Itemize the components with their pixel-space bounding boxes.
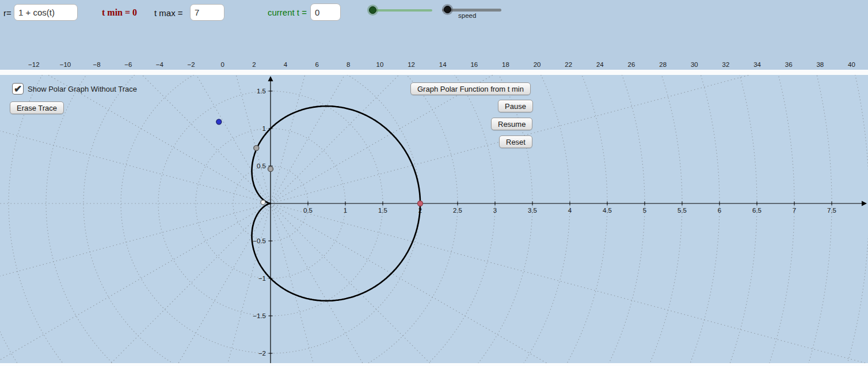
polar-grid-ray (0, 75, 271, 203)
ruler-tick-label: 36 (785, 61, 793, 68)
r-label: r= (3, 8, 12, 18)
polar-grid-ray (0, 75, 271, 203)
ruler-tick-label: 34 (753, 61, 761, 68)
ruler-tick-label: 28 (659, 61, 667, 68)
ruler-tick-label: 20 (534, 61, 541, 68)
erase-trace-button[interactable]: Erase Trace (10, 101, 64, 114)
polar-grid-circle (0, 75, 645, 363)
x-axis-tick-label: 0.5 (303, 207, 313, 214)
polar-grid-ray (271, 203, 849, 363)
y-axis-tick-label: 1 (262, 125, 266, 132)
polar-graph-canvas[interactable]: 0.511.522.533.544.555.566.577.51.510.5−0… (0, 75, 868, 363)
t-slider-track[interactable] (372, 9, 432, 12)
t-min-label: t min = 0 (102, 7, 137, 18)
y-axis-tick-label: −1 (258, 275, 266, 282)
current-t-label: current t = (268, 7, 307, 17)
view-divider[interactable] (0, 70, 868, 75)
x-axis-tick-label: 1.5 (378, 207, 387, 214)
reset-button[interactable]: Reset (499, 135, 532, 148)
ruler-tick-label: 8 (347, 61, 350, 68)
top-number-ruler: −12−10−8−6−4−202468101214161820222426283… (0, 61, 868, 70)
checkbox-check-icon: ✔ (14, 84, 22, 94)
polar-grid-ray (271, 203, 868, 363)
y-axis-tick-label: −2 (258, 350, 266, 357)
x-axis-tick-label: 7 (793, 207, 796, 214)
ruler-tick-label: 10 (376, 61, 383, 68)
x-axis-tick-label: 4.5 (603, 207, 612, 214)
bottom-strip (0, 363, 868, 366)
polar-grid-ray (98, 75, 271, 203)
free-blue-point[interactable] (216, 119, 222, 124)
ruler-tick-label: 32 (722, 61, 730, 68)
polar-grid-ray (271, 75, 849, 203)
x-axis-arrow (862, 201, 867, 206)
y-axis-tick-label: 0.5 (257, 163, 266, 169)
ruler-tick-label: 6 (315, 61, 318, 68)
y-axis-arrow (268, 76, 273, 81)
pause-button[interactable]: Pause (498, 100, 533, 112)
show-polar-graph-checkbox[interactable]: ✔ (12, 83, 24, 95)
y-axis-tick-label: 1.5 (257, 88, 266, 95)
x-axis-tick-label: 6 (718, 207, 721, 214)
y-axis-tick-label: −1.5 (253, 312, 266, 319)
resume-button[interactable]: Resume (491, 118, 532, 130)
ruler-tick-label: 14 (439, 61, 447, 68)
polar-grid-ray (0, 203, 271, 363)
ruler-tick-label: 24 (596, 61, 604, 68)
show-polar-graph-label: Show Polar Graph Without Trace (28, 85, 137, 93)
polar-grid-ray (0, 203, 271, 363)
toolbar: r= t min = 0 t max = current t = speed (0, 0, 868, 70)
t-max-input[interactable] (190, 4, 224, 21)
polar-grid-ray (271, 203, 604, 363)
x-axis-tick-label: 7.5 (827, 207, 836, 214)
x-axis-tick-label: 1 (344, 207, 347, 214)
r-function-input[interactable] (14, 4, 78, 21)
speed-slider-label: speed (458, 12, 476, 19)
ruler-tick-label: 30 (691, 61, 698, 68)
ruler-tick-label: −8 (93, 61, 101, 68)
polar-grid-ray (98, 203, 271, 363)
gray-point-on-y-axis[interactable] (268, 167, 273, 172)
ruler-tick-label: 26 (628, 61, 635, 68)
x-axis-tick-label: 3.5 (528, 207, 537, 214)
polar-grid-ray (0, 203, 271, 363)
t-max-label: t max = (154, 8, 183, 18)
ruler-tick-label: −4 (156, 61, 163, 68)
x-axis-tick-label: 3 (493, 207, 497, 214)
ruler-tick-label: 38 (816, 61, 824, 68)
open-point-near-origin[interactable] (261, 200, 265, 205)
graph-polar-function-button[interactable]: Graph Polar Function from t min (410, 82, 531, 95)
polar-grid-circle (0, 75, 719, 363)
x-axis-tick-label: 4 (568, 207, 572, 214)
current-t-input[interactable] (310, 3, 341, 21)
ruler-tick-label: 4 (284, 61, 287, 68)
polar-grid-circle (0, 75, 794, 363)
ruler-tick-label: 18 (502, 61, 509, 68)
ruler-tick-label: 40 (848, 61, 855, 68)
polar-grid-ray (0, 203, 271, 363)
x-axis-tick-label: 5.5 (677, 207, 687, 214)
polar-grid-circle (0, 75, 868, 363)
ruler-tick-label: −2 (187, 61, 195, 68)
polar-grid-circle (0, 75, 832, 363)
speed-slider-knob[interactable] (444, 6, 451, 13)
ruler-tick-label: 2 (252, 61, 256, 68)
polar-grid-ray (271, 203, 743, 363)
polar-grid-circle (0, 75, 757, 363)
polar-grapher-app: { "toolbar": { "r_label": "r=", "r_value… (0, 0, 868, 366)
ruler-tick-label: 16 (470, 61, 478, 68)
ruler-tick-label: −12 (28, 61, 40, 68)
current-t-point[interactable] (418, 201, 423, 206)
x-axis-tick-label: 6.5 (752, 207, 762, 214)
ruler-tick-label: −10 (60, 61, 71, 68)
ruler-tick-label: −6 (124, 61, 132, 68)
x-axis-tick-label: 5 (643, 207, 646, 214)
polar-grid-ray (0, 75, 271, 203)
polar-grid-ray (271, 75, 868, 203)
t-slider-knob[interactable] (369, 6, 376, 14)
gray-point-on-curve[interactable] (254, 145, 259, 150)
ruler-tick-label: 0 (220, 61, 224, 68)
x-axis-tick-label: 2.5 (453, 207, 462, 214)
ruler-tick-label: 12 (408, 61, 415, 68)
y-axis-tick-label: −0.5 (253, 237, 266, 244)
